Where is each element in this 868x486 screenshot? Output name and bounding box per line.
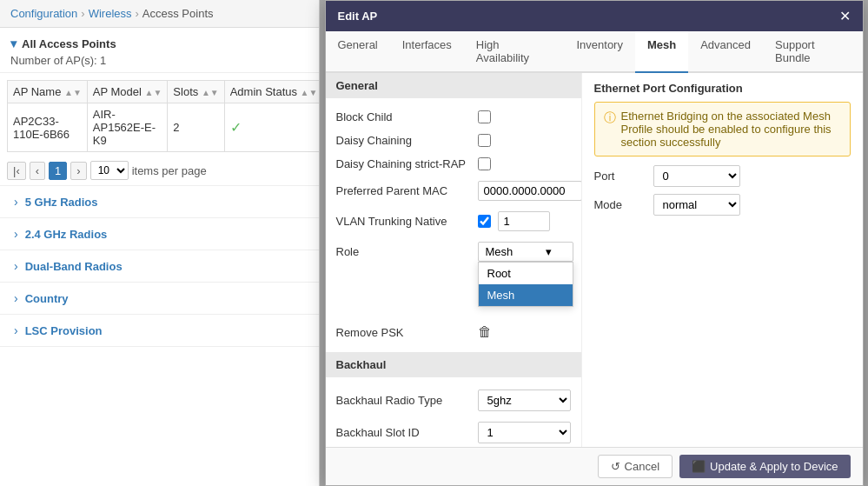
nav-item-24ghz[interactable]: › 2.4 GHz Radios [0, 218, 319, 250]
role-dropdown[interactable]: Mesh ▾ [478, 242, 573, 262]
warning-text: Ethernet Bridging on the associated Mesh… [621, 110, 841, 149]
col-admin-status[interactable]: Admin Status ▲▼ [224, 81, 320, 103]
col-ap-name[interactable]: AP Name ▲▼ [8, 81, 88, 103]
daisy-chaining-row: Daisy Chaining [326, 129, 581, 152]
chevron-down-icon-role: ▾ [546, 245, 552, 258]
daisy-strict-label: Daisy Chaining strict-RAP [336, 157, 471, 170]
cell-slots: 2 [168, 103, 224, 152]
nav-item-5ghz[interactable]: › 5 GHz Radios [0, 186, 319, 218]
role-dropdown-wrapper: Mesh ▾ Root Mesh [478, 242, 573, 262]
tab-mesh[interactable]: Mesh [635, 31, 688, 73]
warning-icon: ⓘ [604, 110, 616, 149]
port-row: Port 0 1 2 [594, 165, 851, 187]
tab-general[interactable]: General [326, 31, 390, 73]
role-label: Role [336, 245, 471, 258]
edit-ap-modal: Edit AP ✕ General Interfaces High Availa… [325, 0, 864, 486]
daisy-strict-checkbox[interactable] [478, 157, 491, 170]
backhaul-slot-id-row: Backhaul Slot ID 1 2 [326, 416, 581, 447]
tab-interfaces[interactable]: Interfaces [390, 31, 464, 73]
block-child-checkbox[interactable] [478, 110, 491, 123]
pagination-next[interactable]: › [70, 162, 86, 180]
pagination-first[interactable]: |‹ [7, 162, 26, 180]
port-select[interactable]: 0 1 2 [653, 165, 740, 187]
table-row[interactable]: AP2C33-110E-6B66 AIR-AP1562E-E-K9 2 ✓ ——… [8, 103, 321, 152]
update-button[interactable]: ⬛ Update & Apply to Device [679, 455, 850, 478]
nav-label-lsc: LSC Provision [25, 324, 103, 337]
tab-inventory[interactable]: Inventory [564, 31, 634, 73]
panel-title: ▾ All Access Points [10, 37, 308, 50]
block-child-row: Block Child [326, 105, 581, 129]
col-slots[interactable]: Slots ▲▼ [168, 81, 224, 103]
cell-ap-name: AP2C33-110E-6B66 [8, 103, 88, 152]
role-selected-value: Mesh [486, 245, 514, 258]
backhaul-slot-id-select[interactable]: 1 2 [478, 422, 571, 443]
mode-select[interactable]: normal access trunk [653, 194, 740, 216]
tab-advanced[interactable]: Advanced [688, 31, 763, 73]
chevron-right-icon-24ghz: › [14, 227, 18, 241]
role-row: Role Mesh ▾ Root Mesh [326, 236, 581, 267]
pagination: |‹ ‹ 1 › 10 25 50 items per page [0, 156, 319, 185]
all-access-points-label: All Access Points [22, 37, 116, 50]
nav-item-lsc[interactable]: › LSC Provision [0, 315, 319, 347]
backhaul-radio-type-label: Backhaul Radio Type [336, 394, 471, 407]
modal-body: General Block Child Daisy Chaining Daisy… [326, 73, 863, 447]
per-page-label: items per page [132, 164, 207, 177]
pagination-prev[interactable]: ‹ [30, 162, 45, 180]
sort-icon-slots: ▲▼ [202, 88, 219, 97]
breadcrumb-config[interactable]: Configuration [10, 7, 77, 20]
save-icon: ⬛ [692, 460, 706, 473]
per-page-select[interactable]: 10 25 50 [90, 161, 129, 180]
preferred-parent-mac-label: Preferred Parent MAC [336, 184, 471, 197]
role-option-mesh[interactable]: Mesh [479, 284, 573, 306]
vlan-trunking-checkbox[interactable] [478, 215, 491, 228]
col-ap-model[interactable]: AP Model ▲▼ [87, 81, 168, 103]
chevron-right-icon-country: › [14, 291, 18, 305]
daisy-strict-row: Daisy Chaining strict-RAP [326, 152, 581, 176]
warning-box: ⓘ Ethernet Bridging on the associated Me… [594, 102, 851, 156]
trash-icon[interactable]: 🗑 [478, 324, 492, 340]
chevron-down-icon[interactable]: ▾ [10, 37, 17, 50]
backhaul-radio-type-select[interactable]: 5ghz 2.4ghz [478, 389, 571, 411]
sort-icon-ap-name: ▲▼ [64, 88, 82, 97]
tab-support-bundle[interactable]: Support Bundle [763, 31, 862, 73]
panel-header: ▾ All Access Points Number of AP(s): 1 [0, 28, 319, 73]
modal-footer: ↺ Cancel ⬛ Update & Apply to Device [326, 447, 863, 485]
block-child-label: Block Child [336, 110, 471, 123]
sort-icon-admin-status: ▲▼ [301, 88, 318, 97]
modal-title: Edit AP [338, 10, 378, 23]
daisy-chaining-checkbox[interactable] [478, 134, 491, 147]
vlan-trunking-row: VLAN Trunking Native [326, 206, 581, 236]
backhaul-section-header: Backhaul [326, 352, 581, 377]
nav-section: › 5 GHz Radios › 2.4 GHz Radios › Dual-B… [0, 185, 319, 486]
nav-item-country[interactable]: › Country [0, 283, 319, 315]
mode-label: Mode [594, 198, 646, 211]
modal-right-content: Ethernet Port Configuration ⓘ Ethernet B… [582, 73, 863, 447]
modal-tabs: General Interfaces High Availability Inv… [326, 31, 863, 73]
tab-high-availability[interactable]: High Availability [464, 31, 565, 73]
role-option-root[interactable]: Root [479, 263, 573, 284]
chevron-right-icon-dualband: › [14, 259, 18, 273]
mode-row: Mode normal access trunk [594, 194, 851, 216]
general-section-header: General [326, 73, 581, 98]
backhaul-slot-id-label: Backhaul Slot ID [336, 426, 471, 439]
cell-status: ✓ [224, 103, 320, 152]
preferred-parent-mac-row: Preferred Parent MAC [326, 176, 581, 206]
left-panel: Configuration › Wireless › Access Points… [0, 0, 320, 486]
ap-table-container: AP Name ▲▼ AP Model ▲▼ Slots ▲▼ Admin St… [0, 73, 319, 156]
vlan-trunking-label: VLAN Trunking Native [336, 215, 471, 228]
breadcrumb-current: Access Points [142, 7, 214, 20]
nav-item-dualband[interactable]: › Dual-Band Radios [0, 250, 319, 283]
modal-close-button[interactable]: ✕ [839, 8, 851, 24]
nav-label-5ghz: 5 GHz Radios [25, 196, 98, 209]
remove-psk-label: Remove PSK [336, 326, 471, 339]
modal-left-content: General Block Child Daisy Chaining Daisy… [326, 73, 582, 447]
preferred-parent-mac-input[interactable] [478, 181, 582, 201]
sort-icon-ap-model: ▲▼ [145, 88, 162, 97]
chevron-right-icon-lsc: › [14, 323, 18, 337]
nav-label-dualband: Dual-Band Radios [25, 260, 123, 273]
vlan-trunking-input[interactable] [498, 211, 550, 231]
port-label: Port [594, 170, 646, 183]
cancel-button[interactable]: ↺ Cancel [598, 455, 673, 478]
ethernet-section-header: Ethernet Port Configuration [594, 82, 851, 95]
breadcrumb-wireless[interactable]: Wireless [89, 7, 132, 20]
